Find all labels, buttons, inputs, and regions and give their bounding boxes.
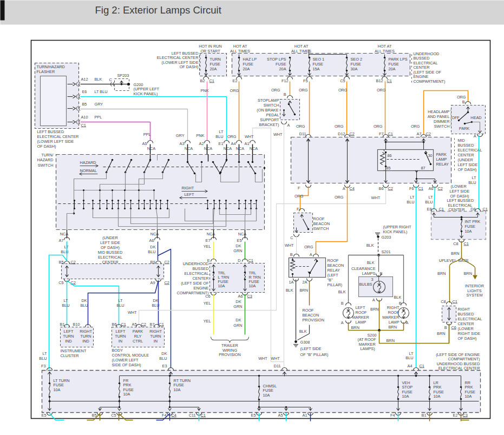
svg-text:S201: S201 <box>382 249 391 254</box>
svg-text:B6: B6 <box>112 322 117 327</box>
svg-text:KICK PANEL): KICK PANEL) <box>383 229 408 234</box>
svg-text:BLK: BLK <box>338 289 346 294</box>
svg-text:NCA: NCA <box>238 232 247 236</box>
svg-text:10A: 10A <box>174 387 181 392</box>
svg-text:85: 85 <box>387 166 391 170</box>
svg-text:RIGHT: RIGHT <box>149 329 162 334</box>
svg-text:(UPPER RIGHT: (UPPER RIGHT <box>383 225 412 229</box>
svg-text:SEO 2: SEO 2 <box>351 57 363 62</box>
svg-text:BLU: BLU <box>152 303 159 308</box>
svg-text:C5: C5 <box>340 78 345 83</box>
svg-text:20A: 20A <box>243 67 250 71</box>
svg-text:F7: F7 <box>379 131 384 136</box>
svg-text:G308: G308 <box>300 340 310 345</box>
svg-text:OF "B" PILLAR): OF "B" PILLAR) <box>300 352 329 357</box>
svg-text:C1: C1 <box>248 258 253 263</box>
svg-text:ALL TIMES: ALL TIMES <box>230 49 250 54</box>
svg-text:F12: F12 <box>282 78 289 83</box>
svg-text:C1: C1 <box>388 131 393 136</box>
svg-text:ORG: ORG <box>457 95 466 100</box>
svg-text:ROOF: ROOF <box>328 258 339 263</box>
svg-text:BEACON: BEACON <box>303 313 319 318</box>
svg-text:LEFT SIDE: LEFT SIDE <box>100 240 120 245</box>
svg-text:WHT: WHT <box>271 356 280 361</box>
svg-text:FUSE: FUSE <box>465 224 476 229</box>
svg-text:C1: C1 <box>159 322 164 327</box>
svg-text:A: A <box>310 252 312 257</box>
svg-text:LAMPS: LAMPS <box>362 271 376 276</box>
svg-text:DK: DK <box>81 298 87 303</box>
svg-text:2A: 2A <box>303 280 307 285</box>
svg-text:(LOWER LEFT: (LOWER LEFT <box>112 358 139 362</box>
svg-text:(LEFT SIDE: (LEFT SIDE <box>300 346 322 351</box>
svg-text:ELECTRICAL CENTER: ELECTRICAL CENTER <box>438 366 480 371</box>
svg-text:B5: B5 <box>82 102 87 107</box>
svg-text:ORG: ORG <box>335 195 344 200</box>
svg-text:C: C <box>290 235 293 240</box>
svg-text:C: C <box>109 77 112 82</box>
svg-text:E5: E5 <box>237 238 242 243</box>
svg-text:LT: LT <box>429 195 434 200</box>
svg-text:RIGHT: RIGHT <box>458 307 470 312</box>
svg-text:A: A <box>343 186 345 191</box>
svg-text:NCA: NCA <box>185 146 193 151</box>
svg-text:LAMP: LAMP <box>389 320 400 325</box>
svg-text:FUSE: FUSE <box>210 62 221 67</box>
svg-text:A4: A4 <box>231 141 236 146</box>
svg-text:A: A <box>287 123 290 128</box>
svg-text:LEFT BUSSED: LEFT BUSSED <box>37 129 64 134</box>
svg-text:C1: C1 <box>418 186 423 191</box>
svg-text:BLK: BLK <box>286 288 293 293</box>
svg-text:10A: 10A <box>465 229 472 234</box>
svg-text:NCA: NCA <box>207 232 215 236</box>
svg-text:C6: C6 <box>451 325 456 330</box>
svg-text:IN: IN <box>119 339 122 344</box>
svg-text:OF DASH): OF DASH) <box>37 144 56 149</box>
svg-text:TURN: TURN <box>150 334 161 339</box>
svg-text:COMPARTMENT): COMPARTMENT) <box>177 291 209 295</box>
svg-text:BRN: BRN <box>370 307 378 312</box>
svg-text:BUSSED: BUSSED <box>458 143 474 148</box>
svg-text:CTRL: CTRL <box>133 339 143 344</box>
svg-text:OF DASH): OF DASH) <box>458 167 477 172</box>
svg-text:D: D <box>238 258 240 263</box>
svg-text:NCA: NCA <box>147 146 156 151</box>
svg-text:F3: F3 <box>41 364 46 368</box>
svg-text:C8: C8 <box>453 241 458 246</box>
svg-text:BLK: BLK <box>95 77 102 82</box>
svg-text:E5: E5 <box>251 413 256 418</box>
svg-text:OF DASH): OF DASH) <box>101 245 120 250</box>
svg-text:E1: E1 <box>219 141 224 146</box>
svg-text:MID: MID <box>458 138 465 143</box>
svg-text:ELECTRICAL: ELECTRICAL <box>458 317 482 321</box>
svg-text:NCA: NCA <box>236 146 245 151</box>
svg-text:D11: D11 <box>274 364 281 368</box>
svg-text:COMPARTMENT): COMPARTMENT) <box>414 79 446 84</box>
svg-text:BLU: BLU <box>116 303 124 308</box>
svg-text:BUSSED: BUSSED <box>458 312 474 317</box>
svg-text:C1: C1 <box>210 78 214 83</box>
svg-text:ROOF: ROOF <box>303 308 315 313</box>
svg-text:LEFT: LEFT <box>185 192 194 197</box>
svg-text:DK: DK <box>235 299 241 304</box>
svg-text:B5: B5 <box>92 413 97 418</box>
svg-text:GRY: GRY <box>95 102 103 107</box>
svg-text:BRN: BRN <box>351 325 359 330</box>
svg-text:E7: E7 <box>206 238 211 243</box>
svg-text:(UNDER: (UNDER <box>458 157 473 162</box>
svg-text:3: 3 <box>371 277 373 282</box>
svg-text:SYSTEM: SYSTEM <box>466 293 482 298</box>
svg-text:1A: 1A <box>289 280 294 285</box>
svg-text:SWITCH: SWITCH <box>264 103 279 108</box>
svg-text:GRN: GRN <box>233 304 242 309</box>
svg-text:OR START: OR START <box>200 49 220 54</box>
svg-text:NCA: NCA <box>150 232 159 236</box>
svg-text:C1: C1 <box>121 322 126 327</box>
svg-text:LAMP: LAMP <box>436 157 447 162</box>
svg-text:FUSE: FUSE <box>276 62 286 67</box>
svg-text:DK: DK <box>161 351 167 356</box>
svg-text:10A: 10A <box>54 387 61 392</box>
svg-text:RIGHT: RIGHT <box>182 186 194 190</box>
svg-text:NORMAL: NORMAL <box>80 168 97 173</box>
svg-text:A6: A6 <box>149 238 154 243</box>
